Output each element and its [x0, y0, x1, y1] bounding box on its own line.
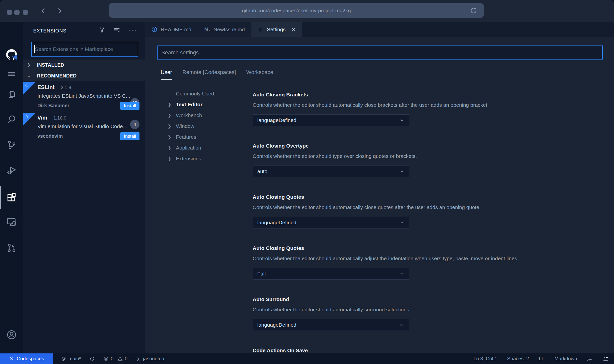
chevron-down-icon: ⌄: [27, 73, 32, 78]
url-bar[interactable]: github.com/codespaces/user-my-project-mg…: [109, 3, 484, 18]
chevron-right-icon: ❯: [168, 135, 176, 140]
problems-status[interactable]: 0 0: [103, 356, 127, 362]
toc-extensions[interactable]: ❯Extensions: [168, 154, 242, 163]
extension-description: Vim emulation for Visual Studio Code...: [37, 123, 139, 129]
chevron-right-icon: ❯: [168, 156, 176, 161]
pull-request-icon[interactable]: [6, 242, 17, 254]
tab-settings[interactable]: Settings ✕: [251, 22, 302, 37]
close-icon[interactable]: ✕: [291, 26, 296, 33]
reload-icon[interactable]: [470, 7, 477, 15]
setting-title: Auto Surround: [253, 295, 612, 303]
toc-application[interactable]: ❯Application: [168, 144, 242, 152]
indentation[interactable]: Spaces: 2: [507, 356, 529, 362]
settings-editor: User Remote [Codespaces] Workspace Commo…: [145, 37, 614, 353]
browser-window: github.com/codespaces/user-my-project-mg…: [0, 0, 614, 364]
language-mode[interactable]: Markdown: [554, 356, 577, 362]
chevron-down-icon: [399, 118, 405, 123]
install-button[interactable]: Install: [120, 102, 139, 110]
toc-workbench[interactable]: ❯Workbench: [168, 111, 242, 120]
branch-status[interactable]: main*: [61, 356, 81, 362]
toc-text-editor[interactable]: ❯Text Editor: [168, 100, 242, 109]
setting-value-dropdown[interactable]: languageDefined: [253, 319, 409, 331]
chevron-right-icon: ❯: [168, 102, 176, 107]
setting-value-dropdown[interactable]: Full: [253, 268, 409, 280]
explorer-files-icon[interactable]: [6, 88, 17, 100]
search-icon[interactable]: [6, 114, 17, 125]
chevron-right-icon: ❯: [168, 113, 176, 118]
editor-tab-bar: README.md M↓ NewIssue.md Settings ✕: [145, 22, 614, 37]
extension-item-eslint[interactable]: ☆ ESLint 2.1.8 Integrates ESLint JavaScr…: [23, 82, 145, 112]
remote-explorer-icon[interactable]: [6, 216, 17, 228]
codespaces-remote-icon: [9, 356, 14, 362]
chevron-down-icon: [399, 220, 405, 225]
setting-entry: Auto Closing Overtype Controls whether t…: [253, 142, 612, 160]
star-icon: ☆: [25, 83, 29, 89]
branch-icon: [61, 356, 66, 361]
account-icon[interactable]: [6, 329, 17, 341]
user-status[interactable]: jasonetco: [136, 356, 164, 362]
eol-sequence[interactable]: LF: [539, 356, 544, 362]
dropdown-value: languageDefined: [257, 322, 296, 328]
setting-value-dropdown[interactable]: languageDefined: [253, 114, 409, 126]
setting-description: Controls whether the editor should autom…: [253, 255, 612, 262]
warning-icon: [117, 356, 123, 362]
section-recommended[interactable]: ⌄ RECOMMENDED 4: [23, 70, 145, 81]
setting-title: Auto Closing Quotes: [253, 244, 612, 252]
chevron-right-icon: ❯: [168, 145, 176, 151]
extensions-search-input[interactable]: [31, 42, 138, 57]
setting-entry: Auto Closing Quotes Controls whether the…: [253, 193, 612, 211]
tab-label: NewIssue.md: [214, 27, 245, 32]
divider: [157, 79, 603, 79]
markdown-icon: M↓: [204, 27, 210, 32]
scope-tab-workspace[interactable]: Workspace: [246, 69, 273, 80]
window-close-button[interactable]: [7, 10, 12, 15]
sidebar-title: EXTENSIONS: [33, 28, 66, 34]
source-control-icon[interactable]: [6, 139, 17, 151]
star-icon: ☆: [25, 113, 29, 119]
setting-description: Controls whether the editor should autom…: [253, 306, 612, 314]
back-arrow[interactable]: [40, 7, 47, 14]
sync-icon: [89, 356, 95, 362]
tab-label: README.md: [161, 27, 191, 32]
forward-arrow[interactable]: [56, 7, 63, 14]
setting-value-dropdown[interactable]: auto: [253, 166, 409, 177]
window-minimize-button[interactable]: [14, 10, 20, 15]
toc-commonly-used[interactable]: Commonly Used: [168, 90, 242, 98]
setting-title: Auto Closing Overtype: [253, 142, 612, 150]
extension-item-vim[interactable]: ☆ Vim 1.16.0 Vim emulation for Visual St…: [23, 113, 145, 143]
setting-value-dropdown[interactable]: languageDefined: [253, 217, 409, 228]
browser-chrome: github.com/codespaces/user-my-project-mg…: [0, 0, 614, 22]
setting-title: Code Actions On Save: [253, 347, 612, 353]
extensions-sidebar: EXTENSIONS ··· ❯ INSTALLED 16 ⌄ RECOMMEN…: [23, 22, 145, 353]
filter-icon[interactable]: [99, 27, 105, 33]
github-codespaces-logo[interactable]: [6, 49, 17, 61]
toc-window[interactable]: ❯Window: [168, 122, 242, 130]
cursor-position[interactable]: Ln 3, Col 1: [474, 356, 497, 362]
more-actions-icon[interactable]: ···: [129, 26, 137, 34]
setting-entry: Auto Surround Controls whether the edito…: [253, 295, 612, 314]
toc-features[interactable]: ❯Features: [168, 133, 242, 141]
settings-search-input[interactable]: [157, 46, 603, 60]
scope-tab-user[interactable]: User: [161, 69, 172, 80]
dropdown-value: Full: [257, 271, 266, 277]
extensions-icon[interactable]: [6, 192, 17, 204]
bell-icon[interactable]: [603, 356, 609, 362]
section-installed[interactable]: ❯ INSTALLED 16: [23, 60, 145, 70]
chevron-down-icon: [399, 322, 405, 328]
tab-newissue[interactable]: M↓ NewIssue.md: [198, 22, 251, 37]
run-debug-icon[interactable]: [6, 165, 17, 176]
window-zoom-button[interactable]: [23, 10, 28, 15]
scope-tab-remote[interactable]: Remote [Codespaces]: [182, 69, 236, 80]
clear-list-icon[interactable]: [113, 27, 120, 33]
codespaces-status-button[interactable]: Codespaces: [0, 353, 53, 364]
chevron-down-icon: [399, 169, 405, 174]
feedback-icon[interactable]: [587, 356, 593, 362]
dropdown-value: auto: [257, 168, 267, 174]
sync-button[interactable]: [89, 356, 95, 362]
setting-description: Controls whether the editor should autom…: [253, 203, 612, 211]
chevron-right-icon: ❯: [168, 124, 176, 129]
tab-readme[interactable]: README.md: [145, 22, 198, 37]
setting-entry: Auto Closing Quotes Controls whether the…: [253, 244, 612, 262]
install-button[interactable]: Install: [120, 132, 139, 140]
menu-hamburger-icon[interactable]: [6, 68, 17, 80]
